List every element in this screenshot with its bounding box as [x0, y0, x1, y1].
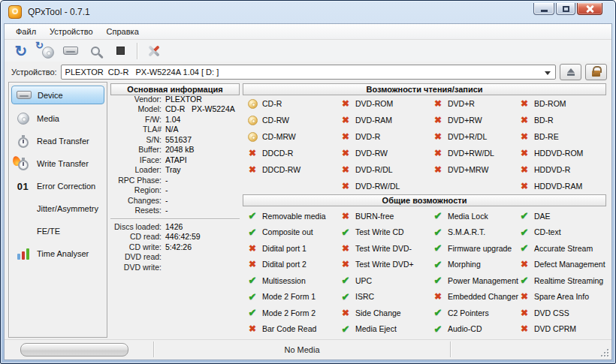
capability-item: ✔Morphing — [433, 257, 515, 273]
info-value: - — [165, 176, 168, 185]
rescan-bus-button[interactable]: ↻ — [11, 41, 32, 61]
resize-grip[interactable] — [599, 347, 608, 356]
check-icon: ✔ — [342, 292, 350, 302]
check-icon: ✔ — [342, 227, 350, 237]
info-stats: Discs loaded:1426CD read:446:42:59CD wri… — [110, 221, 240, 272]
capability-item: ✖DVD-R — [340, 128, 428, 145]
check-icon: ✔ — [521, 243, 529, 253]
sidebar-item-time-analyser[interactable]: Time Analyser — [9, 242, 107, 265]
lock-button[interactable] — [585, 64, 607, 80]
capability-label: Multisession — [262, 276, 306, 285]
check-icon: ✔ — [521, 211, 529, 221]
info-row: Region:- — [110, 185, 240, 196]
info-label: IFace: — [110, 155, 162, 164]
eject-button[interactable] — [560, 64, 581, 80]
check-icon: ✔ — [434, 308, 442, 317]
capability-item: ✔Mode 2 Form 2 — [247, 305, 336, 321]
menu-item-file[interactable]: Файл — [9, 25, 43, 38]
capability-column: ✖BD-ROM✖BD-R✖BD-RE✖HDDVD-ROM✖HDDVD-R✖HDD… — [515, 95, 606, 194]
scan-media-button[interactable] — [85, 41, 106, 61]
drive-icon — [17, 91, 32, 99]
capability-item: ✖Didital port 2 — [247, 257, 336, 273]
sidebar-item-device[interactable]: Device — [11, 86, 104, 104]
cross-icon: ✖ — [434, 99, 442, 108]
sidebar-item-label: Time Analyser — [37, 249, 89, 258]
sidebar-item-write-transfer[interactable]: Write Transfer — [9, 152, 107, 175]
check-icon: ✔ — [249, 227, 257, 237]
sidebar-item-label: FE/TE — [37, 227, 60, 236]
sidebar-item-read-transfer[interactable]: Read Transfer — [9, 130, 107, 152]
stop-icon — [116, 47, 125, 55]
info-row: RPC Phase:- — [110, 175, 240, 185]
sidebar-item-fe-te[interactable]: FE/TE — [9, 220, 107, 242]
toolbar-separator — [137, 43, 137, 59]
capability-item: ✖Test Write DVD- — [340, 240, 428, 257]
check-icon: ✔ — [342, 324, 350, 334]
capability-label: ISRC — [355, 292, 374, 301]
close-button[interactable] — [577, 3, 602, 15]
qpxtool-logo-icon[interactable] — [8, 5, 22, 19]
capability-item: ✔Firmware upgrade — [433, 240, 515, 257]
minimize-button[interactable] — [533, 3, 554, 15]
capability-label: DVD CPRM — [534, 324, 576, 333]
info-label: S/N: — [110, 135, 162, 144]
capability-column: ✔DAE✔CD-text✔Accurate Stream✖Defect Mana… — [515, 208, 606, 337]
capability-label: Composite out — [262, 227, 313, 236]
info-label: Resets: — [110, 206, 162, 215]
refresh-media-button[interactable]: ↻ — [35, 41, 56, 61]
check-icon: ✔ — [434, 211, 442, 221]
info-row: F/W:1.04 — [110, 114, 240, 125]
preferences-button[interactable] — [143, 41, 165, 61]
capability-column: ✔Removable media✔Composite out✖Didital p… — [243, 208, 336, 337]
check-icon: ✔ — [249, 308, 257, 317]
capability-label: DDCD-RW — [262, 165, 300, 174]
capability-item: ✖DVD+MRW — [433, 161, 515, 178]
device-combobox[interactable]: PLEXTOR CD-R PX-W5224A 1.04 [ D: ] — [61, 65, 556, 80]
capability-label: DVD+R — [448, 99, 475, 108]
app-window: QPxTool - 0.7.1 ФайлУстройствоСправка ↻↻… — [0, 0, 616, 364]
capability-item: ✖BD-ROM — [519, 95, 606, 112]
capability-label: Test Write CD — [355, 227, 404, 236]
capability-item: ✖Side Change — [340, 305, 428, 321]
capability-item: ✖Spare Area Info — [519, 289, 606, 305]
menu-item-device[interactable]: Устройство — [43, 25, 100, 38]
sidebar-item-error-correction[interactable]: 01Error Correction — [9, 175, 107, 197]
sidebar-item-jitter-asymmetry[interactable]: Jitter/Asymmetry — [9, 197, 107, 220]
device-label: Устройство: — [11, 68, 57, 77]
capability-label: BD-R — [534, 116, 554, 125]
stop-button[interactable] — [110, 41, 131, 61]
check-icon: ✔ — [434, 324, 442, 334]
info-value: CD-R PX-W5224A — [165, 104, 235, 113]
capability-label: Side Change — [355, 308, 401, 317]
capability-item: ✖HDDVD-ROM — [519, 145, 606, 161]
info-label: Changes: — [110, 196, 162, 205]
capability-label: CD-text — [534, 227, 561, 236]
capability-item: ✖DVD CPRM — [519, 321, 606, 338]
capability-item: CD-MRW — [247, 128, 336, 145]
sidebar-item-label: Read Transfer — [37, 137, 89, 146]
info-row: CD write:5:42:26 — [110, 242, 240, 252]
check-icon: ✔ — [521, 275, 529, 285]
info-label: RPC Phase: — [110, 176, 162, 185]
titlebar: QPxTool - 0.7.1 — [1, 1, 615, 23]
maximize-button[interactable] — [556, 3, 575, 15]
capability-item: ✖DVD+R — [433, 95, 515, 112]
disc-icon — [17, 113, 29, 125]
info-row: Changes:- — [110, 195, 240, 206]
capability-label: Accurate Stream — [534, 244, 593, 253]
general-capabilities-header: Общие возможности — [243, 194, 606, 206]
capability-item: ✔Realtime Streaming — [519, 272, 606, 289]
menu-item-help[interactable]: Справка — [100, 25, 146, 38]
capability-label: Firmware upgrade — [448, 244, 512, 253]
drive-info-icon — [63, 47, 78, 55]
capability-item: ✖DVD CSS — [519, 305, 606, 321]
sidebar-item-label: Device — [38, 91, 63, 100]
cross-icon: ✖ — [249, 324, 256, 333]
cross-icon: ✖ — [249, 165, 256, 174]
capability-label: Morphing — [448, 260, 481, 269]
info-label: Loader: — [110, 165, 162, 174]
sidebar-item-media[interactable]: Media — [9, 107, 107, 130]
capability-column: ✖BURN-free✔Test Write CD✖Test Write DVD-… — [336, 208, 428, 337]
drive-info-button[interactable] — [60, 41, 81, 61]
capability-item: ✖DVD-RAM — [340, 112, 428, 128]
